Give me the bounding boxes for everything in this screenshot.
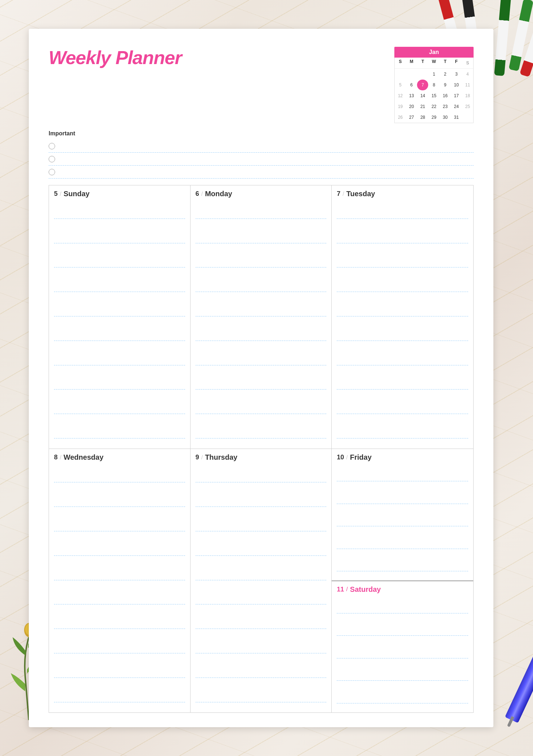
line[interactable] [196,497,327,507]
line[interactable] [196,428,327,438]
day-cell-thursday: 9 / Thursday [191,449,332,712]
line[interactable] [337,671,468,681]
line[interactable] [196,233,327,243]
line[interactable] [337,648,468,658]
line[interactable] [337,428,468,438]
line[interactable] [54,428,185,438]
line[interactable] [54,668,185,678]
cal-cell-23: 23 [440,101,451,112]
cal-day-M: M [406,58,417,69]
day-cell-tuesday: 7 / Tuesday [332,185,473,449]
line[interactable] [337,233,468,243]
line[interactable] [337,494,468,504]
day-header-sunday: 5 / Sunday [54,190,185,198]
line[interactable] [196,306,327,316]
cal-cell-21: 21 [417,101,428,112]
line[interactable] [196,404,327,414]
day-cell-saturday: 11 / Saturday [332,581,473,713]
line[interactable] [54,497,185,507]
line[interactable] [337,282,468,292]
line[interactable] [337,404,468,414]
line[interactable] [337,603,468,613]
cal-cell-18: 18 [462,90,473,101]
day-slash-tuesday: / [342,191,344,197]
line[interactable] [337,331,468,341]
important-row-2 [49,153,474,166]
cal-cell-2: 2 [440,69,451,80]
important-label: Important [49,130,474,137]
line[interactable] [337,379,468,390]
line[interactable] [337,471,468,481]
line[interactable] [196,643,327,653]
line[interactable] [196,472,327,482]
cal-cell-4: 4 [462,69,473,80]
line[interactable] [54,379,185,390]
line[interactable] [196,668,327,678]
line[interactable] [54,257,185,267]
day-header-friday: 10 / Friday [337,453,468,462]
day-slash-saturday: / [346,586,348,593]
line[interactable] [54,643,185,653]
line[interactable] [54,692,185,702]
line[interactable] [196,209,327,219]
day-number-monday: 6 [196,190,199,198]
line[interactable] [196,546,327,556]
line[interactable] [54,570,185,580]
line[interactable] [54,594,185,604]
line[interactable] [54,209,185,219]
cal-cell-28: 28 [417,112,428,123]
line[interactable] [54,282,185,292]
line[interactable] [337,693,468,703]
line[interactable] [54,233,185,243]
line[interactable] [196,282,327,292]
day-cell-friday: 10 / Friday [332,449,473,581]
line[interactable] [196,257,327,267]
cal-day-F: F [451,58,462,69]
line[interactable] [337,561,468,571]
line[interactable] [54,472,185,482]
checkbox-2[interactable] [49,156,55,162]
line[interactable] [196,570,327,580]
cal-cell-14: 14 [417,90,428,101]
checkbox-3[interactable] [49,169,55,175]
line[interactable] [196,355,327,365]
line[interactable] [337,539,468,549]
line[interactable] [54,619,185,629]
day-header-wednesday: 8 / Wednesday [54,453,185,462]
cal-cell-25: 25 [462,101,473,112]
day-lines-tuesday [337,202,468,446]
line[interactable] [196,331,327,341]
cal-cell-5: 5 [395,80,406,90]
line[interactable] [337,257,468,267]
day-name-saturday: Saturday [350,585,381,594]
cal-cell-empty1 [395,69,406,80]
line[interactable] [196,379,327,390]
cal-day-T2: T [440,58,451,69]
day-cell-sunday: 5 / Sunday [49,185,191,449]
line[interactable] [337,209,468,219]
line[interactable] [196,692,327,702]
checkbox-1[interactable] [49,143,55,149]
mini-calendar: Jan S M T W T F S 1 2 3 4 5 6 7 [394,47,474,123]
cal-cell-15: 15 [428,90,439,101]
line[interactable] [54,331,185,341]
cal-cell-3: 3 [451,69,462,80]
cal-cell-7: 7 [417,80,428,90]
line[interactable] [337,626,468,636]
line[interactable] [196,521,327,531]
line[interactable] [196,594,327,604]
line[interactable] [54,546,185,556]
day-slash-monday: / [201,191,203,197]
line[interactable] [337,355,468,365]
line[interactable] [54,355,185,365]
days-grid: 5 / Sunday 6 / Monday [49,185,474,713]
cal-day-S1: S [395,58,406,69]
line[interactable] [196,619,327,629]
line[interactable] [54,521,185,531]
line[interactable] [54,306,185,316]
line[interactable] [337,516,468,526]
day-slash-thursday: / [201,454,203,461]
line[interactable] [337,306,468,316]
cal-cell-1: 1 [428,69,439,80]
line[interactable] [54,404,185,414]
